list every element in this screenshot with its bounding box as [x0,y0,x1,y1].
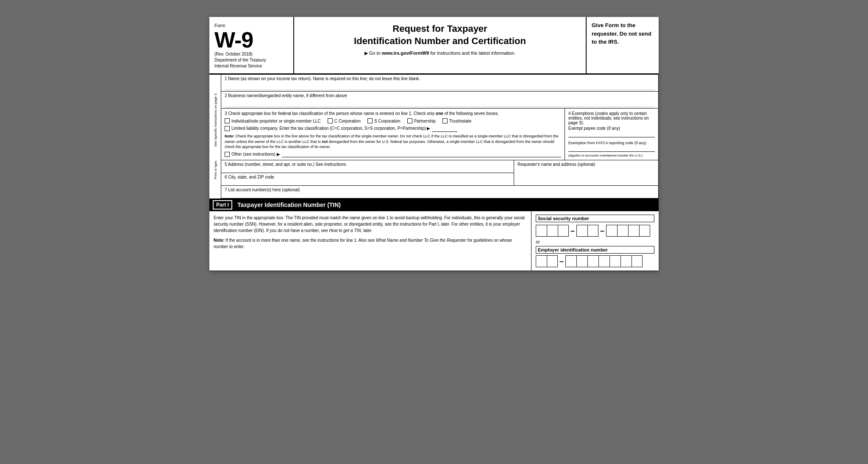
checkbox-partnership[interactable]: Partnership [407,118,436,123]
form-number: W-9 [214,29,288,51]
address-section: 5 Address (number, street, and apt. or s… [221,160,658,186]
line7-label: 7 List account number(s) here (optional) [225,187,655,192]
ein-group1 [536,255,558,267]
or-text: or [536,239,654,244]
ssn-label: Social security number [536,215,654,222]
ein-box-2-7[interactable] [632,255,643,267]
form-rev: (Rev. October 2018) [214,52,288,56]
checkbox-c-corp-label: C Corporation [334,119,361,123]
ein-boxes: – [536,255,654,267]
llc-row: Limited liability company. Enter the tax… [225,126,561,132]
ein-box-2-5[interactable] [609,255,620,267]
checkbox-other-box[interactable] [225,152,230,157]
ssn-box-3-1[interactable] [606,225,617,237]
header-right: Give Form to the requester. Do not send … [587,17,659,73]
checkbox-c-corp-box[interactable] [328,118,333,123]
checkbox-c-corp[interactable]: C Corporation [328,118,361,123]
ein-label: Employer identification number [536,246,654,254]
address-left: 5 Address (number, street, and apt. or s… [221,160,514,185]
requesters-section: Requester's name and address (optional) [514,160,658,185]
checkbox-row-1: Individual/sole proprietor or single-mem… [225,118,561,123]
part1-left-text: Enter your TIN in the appropriate box. T… [209,211,531,271]
line2-input[interactable] [225,99,655,107]
part1-note-para: Note: If the account is in more than one… [214,237,527,250]
line6-row: 6 City, state, and ZIP code [221,173,514,185]
checkbox-individual-box[interactable] [225,118,230,123]
ein-box-1-1[interactable] [536,255,547,267]
fatca-label: Exemption from FATCA reporting code (if … [568,141,655,145]
form-body: Print or type. See Specific Instructions… [209,75,659,198]
ssn-dash-1: – [570,226,575,235]
exempt-payee-label: Exempt payee code (if any) [568,126,655,131]
header-left: Form W-9 (Rev. October 2018) Department … [209,17,294,73]
ssn-group3 [606,225,650,237]
ssn-box-1-1[interactable] [536,225,547,237]
side-label-text: Print or type. See Specific Instructions… [213,13,217,259]
ein-box-2-3[interactable] [587,255,598,267]
requesters-label: Requester's name and address (optional) [517,162,655,167]
exemptions-section: 4 Exemptions (codes apply only to certai… [565,109,658,160]
form-fields: 1 Name (as shown on your income tax retu… [221,75,659,198]
header-goto: ▶ Go to www.irs.gov/FormW9 for instructi… [303,50,577,56]
side-label: Print or type. See Specific Instructions… [209,75,221,198]
ssn-group2 [576,225,598,237]
checkbox-trust[interactable]: Trust/estate [442,118,471,123]
llc-input[interactable] [432,126,457,132]
ssn-box-2-2[interactable] [587,225,598,237]
part1-header: Part I Taxpayer Identification Number (T… [209,198,659,211]
other-input[interactable] [282,151,561,157]
checkbox-trust-label: Trust/estate [449,119,471,123]
ein-box-1-2[interactable] [547,255,558,267]
line2-label: 2 Business name/disregarded entity name,… [225,93,655,98]
llc-label: Limited liability company. Enter the tax… [231,126,430,131]
ssn-boxes: – – [536,225,654,237]
header-center: Request for Taxpayer Identification Numb… [294,17,587,73]
form-title: Request for Taxpayer Identification Numb… [303,23,577,47]
part1-intro: Enter your TIN in the appropriate box. T… [214,215,527,234]
line1-row: 1 Name (as shown on your income tax retu… [221,75,658,92]
line6-label: 6 City, state, and ZIP code [225,175,510,179]
checkbox-s-corp-label: S Corporation [374,119,401,123]
checkbox-llc-box[interactable] [225,126,230,131]
line1-label: 1 Name (as shown on your income tax retu… [225,76,655,81]
ein-box-2-1[interactable] [565,255,576,267]
ein-dash: – [559,257,564,266]
line3-section: 3 Check appropriate box for federal tax … [221,109,658,160]
applies-text: (Applies to accounts maintained outside … [568,154,655,157]
w9-form: Form W-9 (Rev. October 2018) Department … [209,17,659,271]
part1-body: Enter your TIN in the appropriate box. T… [209,211,659,271]
checkbox-trust-box[interactable] [442,118,448,123]
line5-row: 5 Address (number, street, and apt. or s… [221,160,514,173]
line1-input[interactable] [225,82,655,90]
checkbox-partnership-label: Partnership [414,119,436,123]
ssn-box-1-2[interactable] [547,225,558,237]
checkbox-individual[interactable]: Individual/sole proprietor or single-mem… [225,118,321,123]
note-text: Note: Check the appropriate box in the l… [225,134,561,150]
form-dept: Department of the Treasury Internal Reve… [214,57,288,69]
line5-label: 5 Address (number, street, and apt. or s… [225,162,510,167]
fatca-input[interactable] [568,146,655,152]
ssn-box-1-3[interactable] [558,225,569,237]
ssn-box-3-2[interactable] [617,225,628,237]
checkbox-s-corp[interactable]: S Corporation [367,118,401,123]
ein-group2 [565,255,643,267]
line2-row: 2 Business name/disregarded entity name,… [221,92,658,109]
checkbox-partnership-box[interactable] [407,118,412,123]
exempt-payee-input[interactable] [568,131,655,137]
form-header: Form W-9 (Rev. October 2018) Department … [209,17,659,75]
ein-box-2-4[interactable] [598,255,609,267]
exemptions-header: 4 Exemptions (codes apply only to certai… [568,111,655,125]
ein-box-2-6[interactable] [620,255,632,267]
checkbox-s-corp-box[interactable] [367,118,373,123]
ssn-box-3-3[interactable] [628,225,639,237]
line3-left: 3 Check appropriate box for federal tax … [221,109,565,160]
ssn-dash-2: – [600,226,604,235]
classification-header: 3 Check appropriate box for federal tax … [225,111,561,116]
ssn-box-2-1[interactable] [576,225,587,237]
ssn-box-3-4[interactable] [639,225,650,237]
ssn-group1 [536,225,569,237]
checkbox-individual-label: Individual/sole proprietor or single-mem… [231,119,321,123]
ein-box-2-2[interactable] [576,255,587,267]
part1-title: Taxpayer Identification Number (TIN) [237,201,341,208]
line7-row: 7 List account number(s) here (optional) [221,186,658,198]
